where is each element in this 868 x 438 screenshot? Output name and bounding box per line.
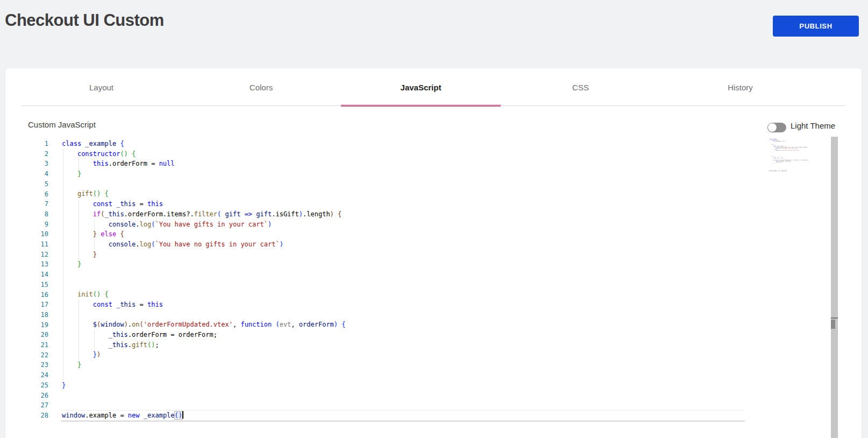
minimap-glyph: ) bbox=[774, 163, 774, 164]
code-token: { bbox=[120, 230, 124, 238]
code-line[interactable]: ​ bbox=[62, 179, 346, 189]
minimap-glyph: _example bbox=[780, 170, 785, 171]
code-line[interactable]: } bbox=[62, 259, 346, 270]
minimap-glyph: } bbox=[771, 142, 772, 143]
code-token: log bbox=[140, 241, 152, 248]
code-line[interactable]: constructor() { bbox=[62, 149, 346, 159]
code-token: . bbox=[136, 241, 139, 248]
code-token: window bbox=[101, 321, 124, 328]
code-token bbox=[62, 190, 77, 197]
code-token: () bbox=[93, 291, 101, 298]
code-token bbox=[62, 361, 77, 369]
code-token: } bbox=[77, 260, 81, 268]
code-token bbox=[334, 210, 338, 218]
code-token bbox=[62, 230, 93, 238]
code-line[interactable]: console.log(`You have gifts in your cart… bbox=[62, 220, 346, 230]
code-token: } bbox=[93, 230, 97, 238]
code-token: $ bbox=[93, 321, 97, 328]
code-content[interactable]: class _example { constructor() { this.or… bbox=[769, 138, 809, 171]
minimap-glyph: { bbox=[808, 147, 808, 148]
code-line[interactable]: gift() { bbox=[62, 189, 346, 199]
code-line[interactable]: ​ bbox=[62, 310, 346, 320]
code-token: window bbox=[62, 412, 85, 419]
code-line[interactable]: ​ bbox=[62, 390, 346, 400]
code-line[interactable]: class _example { bbox=[62, 139, 346, 149]
code-token: () bbox=[175, 412, 182, 419]
code-line[interactable]: if(_this.orderForm.items?.filter( gift =… bbox=[62, 209, 346, 220]
code-token: => bbox=[245, 210, 252, 218]
code-line[interactable]: } bbox=[62, 169, 346, 179]
code-token: class bbox=[62, 140, 81, 147]
code-line[interactable]: ​ bbox=[62, 270, 346, 280]
text-cursor bbox=[182, 411, 183, 419]
light-theme-toggle[interactable] bbox=[767, 123, 786, 132]
code-token: on bbox=[132, 321, 139, 328]
line-number: 22 bbox=[5, 350, 48, 361]
code-line[interactable]: _this.gift(); bbox=[62, 340, 346, 350]
code-line[interactable]: }) bbox=[62, 350, 346, 360]
code-line[interactable]: $(window).on('orderFormUpdated.vtex', fu… bbox=[62, 320, 346, 330]
line-number: 7 bbox=[5, 199, 48, 209]
line-number: 18 bbox=[5, 310, 48, 320]
tab-colors[interactable]: Colors bbox=[181, 68, 341, 106]
publish-button[interactable]: PUBLISH bbox=[773, 16, 859, 37]
code-line[interactable]: } bbox=[62, 250, 346, 260]
code-editor[interactable]: 1234567891011121314151617181920212223242… bbox=[5, 136, 862, 438]
tab-javascript[interactable]: JavaScript bbox=[341, 68, 501, 106]
line-number: 26 bbox=[5, 391, 48, 401]
code-line[interactable]: _this.orderForm = orderForm; bbox=[62, 330, 346, 340]
code-token bbox=[62, 331, 109, 338]
code-token bbox=[62, 260, 77, 268]
code-line[interactable]: } bbox=[62, 360, 346, 370]
code-token: .length bbox=[303, 210, 330, 218]
editor-scrollbar[interactable] bbox=[831, 137, 838, 438]
code-line[interactable]: ​ bbox=[62, 400, 346, 411]
code-line[interactable]: console.log(`You have no gifts in your c… bbox=[62, 239, 346, 250]
code-line[interactable]: ​ bbox=[62, 280, 346, 290]
code-line[interactable]: const _this = this bbox=[62, 300, 346, 310]
code-token bbox=[62, 251, 93, 258]
code-line[interactable]: } bbox=[62, 380, 346, 391]
code-token bbox=[62, 321, 93, 328]
code-line[interactable]: window.example = new _example() bbox=[62, 411, 346, 421]
code-token: () bbox=[120, 150, 127, 158]
code-token: const bbox=[93, 200, 112, 208]
code-token: ( bbox=[275, 321, 279, 328]
code-line[interactable]: this.orderForm = null bbox=[62, 159, 346, 169]
scrollbar-thumb[interactable] bbox=[831, 320, 835, 329]
minimap-glyph bbox=[769, 157, 773, 158]
code-token: _this bbox=[109, 341, 128, 349]
code-token: .example = bbox=[85, 412, 127, 419]
code-token bbox=[62, 160, 93, 167]
minimap-glyph: window.example = new _example() bbox=[769, 170, 809, 171]
code-token: null bbox=[159, 160, 175, 167]
line-number: 17 bbox=[5, 300, 48, 310]
minimap-glyph: .isGift bbox=[799, 147, 802, 148]
line-number: 21 bbox=[5, 340, 48, 350]
code-token: .orderForm.items?. bbox=[124, 210, 194, 218]
tab-css[interactable]: CSS bbox=[501, 68, 660, 106]
minimap[interactable]: class _example { constructor() { this.or… bbox=[769, 138, 828, 187]
code-token: () bbox=[147, 341, 155, 349]
minimap-glyph: } bbox=[769, 167, 770, 168]
code-content[interactable]: class _example { constructor() { this.or… bbox=[62, 139, 346, 420]
line-number: 11 bbox=[5, 239, 48, 250]
code-line[interactable]: const _this = this bbox=[62, 199, 346, 209]
minimap-glyph: .orderForm = bbox=[775, 141, 782, 142]
code-token: { bbox=[132, 150, 136, 158]
code-token: } bbox=[77, 170, 81, 178]
code-line[interactable]: init() { bbox=[62, 289, 346, 300]
code-token: ) bbox=[330, 210, 334, 218]
code-token: _example bbox=[85, 140, 116, 147]
tab-history[interactable]: History bbox=[660, 68, 820, 106]
code-line[interactable]: ​ bbox=[62, 370, 346, 380]
code-token: } bbox=[93, 351, 97, 358]
line-number: 19 bbox=[5, 320, 48, 330]
tab-layout[interactable]: Layout bbox=[22, 68, 181, 106]
code-token bbox=[62, 150, 77, 158]
minimap-glyph: } bbox=[771, 152, 772, 153]
code-token: this bbox=[147, 301, 163, 308]
code-token bbox=[62, 221, 109, 228]
code-token: . bbox=[128, 341, 132, 349]
code-line[interactable]: } else { bbox=[62, 229, 346, 239]
